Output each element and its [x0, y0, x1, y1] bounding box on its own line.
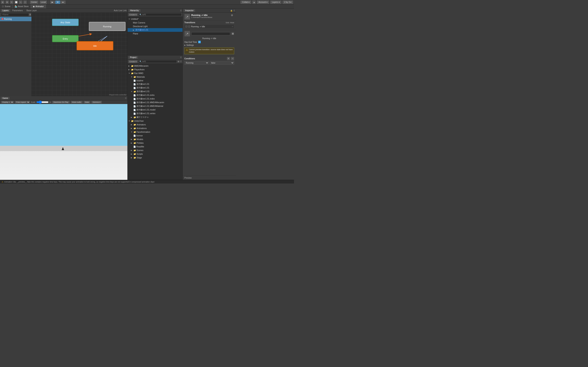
proj-item-vertex[interactable]: 📄 美竹蘭ver1.01.vertex [128, 112, 182, 115]
solo-button[interactable]: Solo [226, 22, 229, 24]
entry-node[interactable]: Entry [52, 35, 79, 42]
proj-item-miku1[interactable]: 📄 美竹蘭ver1.01 [128, 82, 182, 86]
transition-checkbox-solo[interactable] [185, 25, 187, 27]
proj-item-texture[interactable]: ▶ 📁 蘭テクスチャ [128, 115, 182, 119]
project-view-toggle[interactable]: ⊞ [178, 60, 179, 63]
center-button[interactable]: Center [30, 0, 39, 4]
gizmos-button[interactable]: Gizmos ▾ [91, 101, 102, 104]
transition-delete-btn[interactable]: − [232, 25, 233, 28]
hierarchy-create-button[interactable]: Create ▾ [129, 13, 138, 16]
hierarchy-item-maincamera[interactable]: Main Camera [128, 21, 182, 25]
rect-tool-icon[interactable]: ⬜ [14, 0, 18, 4]
animator-layers-tab[interactable]: Layers [1, 9, 10, 12]
refresh-icon[interactable]: ↻ [10, 0, 13, 4]
inspector-settings-icon[interactable]: ⚙ [231, 14, 234, 17]
proj-item-mmd4m[interactable]: 📄 美竹蘭ver1.01.MMD4Mecanim [128, 101, 182, 104]
layout-dropdown[interactable]: 2 by 3 ▾ [282, 0, 293, 4]
layer-item-running[interactable]: Running [0, 17, 31, 21]
proj-item-mmd4mecanim[interactable]: ▶ 📁 MMD4Mecanim [128, 64, 182, 68]
scale-slider[interactable] [36, 101, 49, 103]
play-button[interactable]: ▶ [50, 0, 55, 4]
proj-item-readme[interactable]: 📄 readme [128, 79, 182, 82]
preview-settings-btn[interactable]: ⚙ [231, 32, 234, 35]
stats-button[interactable]: Stats [84, 101, 91, 104]
condition-del-btn[interactable]: − [231, 57, 234, 60]
project-search-input[interactable] [142, 60, 176, 63]
proj-item-prefabs[interactable]: ▶ 📁 Prefabs [128, 141, 182, 145]
settings-row[interactable]: ▶ Settings [184, 44, 234, 47]
running-node[interactable]: Running [89, 22, 126, 31]
proj-item-stage[interactable]: ▶ 📁 Stage [128, 156, 182, 159]
hierarchy-item-untitled[interactable]: ▼ Untitled* [128, 17, 182, 21]
transition-row[interactable]: Running -> Idle − [184, 25, 234, 29]
account-dropdown[interactable]: Account ▾ [257, 0, 269, 4]
proj-item-models[interactable]: ▶ 📁 Models [128, 137, 182, 141]
proj-item-playeranim[interactable]: ▶ 📁 PlayerAnim [128, 68, 182, 71]
aspect-select[interactable]: Free Aspect [15, 101, 30, 104]
mute-audio-button[interactable]: Mute Audio [71, 101, 83, 104]
hierarchy-item-plane[interactable]: Plane [128, 32, 182, 35]
transition-checkbox-mute[interactable] [188, 25, 190, 27]
game-tab[interactable]: Game [1, 97, 9, 100]
custom-tool-icon[interactable]: ⬡ [23, 0, 27, 4]
preview-input[interactable] [191, 32, 230, 35]
project-create-button[interactable]: Create ▾ [129, 60, 138, 63]
step-button[interactable]: ⏭ [61, 0, 66, 4]
project-tab[interactable]: Project [129, 56, 138, 59]
tab-animator[interactable]: ◉ Animator [31, 4, 46, 8]
proj-item-license[interactable]: 📄 license [128, 134, 182, 137]
move-tool-icon[interactable]: ✥ [5, 0, 9, 4]
animator-params-tab[interactable]: Parameters [11, 9, 25, 12]
game-panel-menu[interactable]: ☰ [125, 97, 127, 99]
maximize-on-play-button[interactable]: Maximize On Play [52, 101, 70, 104]
proj-item-mmd4mat[interactable]: 📄 美竹蘭ver1.01.MMD4Material [128, 104, 182, 108]
condition-param-select[interactable]: Running [184, 61, 209, 65]
hierarchy-item-miku[interactable]: ▶ 美竹蘭ver1.01 [128, 28, 182, 32]
animator-canvas[interactable]: Any State Entry Running Idle PlayerAnim.… [32, 13, 127, 96]
condition-value-select[interactable]: false true [210, 61, 234, 65]
proj-item-scenes[interactable]: ▶ 📁 Scenes [128, 149, 182, 152]
proj-item-readme2[interactable]: 📄 ReadMe [128, 145, 182, 149]
hierarchy-tab[interactable]: Hierarchy [129, 9, 140, 12]
proj-item-ranmmd[interactable]: ▼ 📁 Ran MMD [128, 71, 182, 75]
hierarchy-search-box[interactable]: 🔍 [138, 13, 182, 16]
tab-scene[interactable]: ⬡ Scene [0, 4, 13, 8]
auto-live-link[interactable]: Auto Live Link [114, 9, 127, 12]
proj-item-miku2[interactable]: 📄 美竹蘭ver1.01 [128, 86, 182, 90]
any-state-node[interactable]: Any State [52, 19, 79, 26]
layers-dropdown[interactable]: Layers ▾ [270, 0, 282, 4]
display-select[interactable]: Display 1 [1, 101, 14, 104]
proj-item-materials[interactable]: ▼ 📁 Materials [128, 75, 182, 79]
condition-add-btn[interactable]: + [227, 57, 230, 60]
inspector-lock-icon[interactable]: 🔒 [230, 9, 233, 12]
has-exit-time-checkbox[interactable]: ✓ [198, 41, 201, 43]
proj-item-animations[interactable]: ▶ 📁 Animations [128, 126, 182, 130]
proj-item-faceanim[interactable]: ▼ 📁 FaceAnimation [128, 130, 182, 134]
tab-asset-store[interactable]: 🏪 Asset Store [13, 4, 31, 8]
project-filter[interactable]: ▽ [180, 60, 182, 63]
pause-button[interactable]: ⏸ [55, 0, 61, 4]
proj-item-unitychan[interactable]: ▼ 📁 UnityChan [128, 119, 182, 123]
proj-item-index[interactable]: 📄 美竹蘭ver1.01.index [128, 97, 182, 101]
proj-item-extra[interactable]: 📄 美竹蘭ver1.01.extra [128, 93, 182, 97]
collab-dropdown[interactable]: Collab ▾ [240, 0, 251, 4]
animator-add-button[interactable]: + [29, 13, 31, 16]
scale-tool-icon[interactable]: ⤡ [19, 0, 22, 4]
project-menu[interactable]: ☰ [180, 57, 182, 58]
local-button[interactable]: Local [39, 0, 47, 4]
transform-tool-icon[interactable]: ⊞ [1, 0, 4, 4]
hierarchy-search-input[interactable] [142, 13, 181, 16]
proj-item-scripts[interactable]: ▶ 📁 Scripts [128, 152, 182, 156]
mute-button[interactable]: Mute [230, 22, 234, 24]
project-search-box[interactable]: 🔍 [138, 60, 177, 63]
idle-node[interactable]: Idle [77, 41, 113, 50]
proj-item-miku-folder[interactable]: ▼ 📁 美竹蘭ver1.01 [128, 90, 182, 93]
proj-item-model[interactable]: 📄 美竹蘭ver1.01.model [128, 108, 182, 112]
hierarchy-menu[interactable]: ☰ [180, 9, 182, 12]
animator-search-input[interactable] [1, 13, 29, 16]
cloud-icon[interactable]: ☁ [252, 0, 256, 4]
proj-item-animators[interactable]: ▶ 📁 Animators [128, 123, 182, 126]
inspector-menu[interactable]: ☰ [233, 9, 235, 12]
hierarchy-item-dirlight[interactable]: Directional Light [128, 25, 182, 28]
inspector-tab[interactable]: Inspector [183, 9, 195, 12]
